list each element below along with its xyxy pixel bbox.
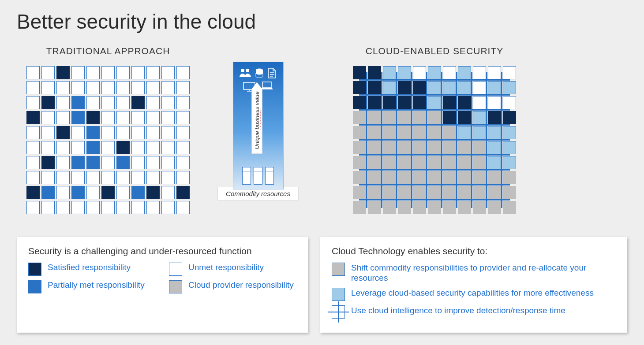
- grid-cell: [353, 96, 366, 109]
- svg-point-0: [241, 69, 244, 72]
- grid-cell: [26, 156, 40, 169]
- grid-cell: [473, 156, 486, 169]
- grid-cell: [353, 171, 366, 184]
- grid-cell: [116, 171, 130, 184]
- grid-cell: [26, 171, 40, 184]
- grid-cell: [26, 111, 40, 124]
- grid-cell: [398, 156, 411, 169]
- grid-cell: [56, 186, 70, 199]
- grid-cell: [161, 156, 175, 169]
- grid-cell: [413, 201, 426, 214]
- grid-cell: [458, 81, 471, 94]
- grid-cell: [161, 111, 175, 124]
- grid-cell: [41, 186, 55, 199]
- grid-cell: [413, 111, 426, 124]
- grid-cell: [503, 96, 516, 109]
- grid-cell: [488, 201, 501, 214]
- grid-cell: [71, 171, 85, 184]
- grid-cell: [488, 171, 501, 184]
- legend-label: Unmet responsibility: [188, 263, 264, 272]
- database-icon: [255, 68, 263, 78]
- grid-cell: [101, 66, 115, 79]
- grid-cell: [428, 96, 441, 109]
- grid-cell: [86, 171, 100, 184]
- grid-cell: [458, 201, 471, 214]
- grid-cell: [368, 141, 381, 154]
- grid-cell: [443, 171, 456, 184]
- legend-card-title: Security is a challenging and under-reso…: [28, 246, 296, 256]
- middle-column: Unique business value Commodity resource…: [212, 46, 304, 214]
- grid-cell: [473, 186, 486, 199]
- grid-cell: [473, 96, 486, 109]
- grid-cell: [398, 171, 411, 184]
- grid-cell: [71, 66, 85, 79]
- grid-cell: [368, 171, 381, 184]
- grid-cell: [86, 186, 100, 199]
- grid-cell: [503, 126, 516, 139]
- grid-cell: [41, 126, 55, 139]
- grid-cell: [473, 66, 486, 79]
- legend-grid: Satisfied responsibilityUnmet responsibi…: [28, 263, 296, 293]
- legend-label: Satisfied responsibility: [48, 263, 131, 272]
- grid-cell: [26, 66, 40, 79]
- grid-cell: [86, 201, 100, 214]
- grid-cell: [383, 186, 396, 199]
- grid-cell: [26, 141, 40, 154]
- grid-cell: [86, 126, 100, 139]
- grid-cell: [458, 126, 471, 139]
- grid-cell: [86, 141, 100, 154]
- grid-cell: [131, 126, 145, 139]
- benefit-swatch: [332, 263, 345, 276]
- grid-cell: [26, 96, 40, 109]
- grid-cell: [353, 156, 366, 169]
- value-stack-graphic: Unique business value: [233, 62, 284, 189]
- grid-cell: [458, 141, 471, 154]
- server-icon: [265, 167, 274, 185]
- grid-cell: [86, 66, 100, 79]
- grid-cell: [368, 156, 381, 169]
- legend-swatch: [28, 280, 41, 293]
- grid-cell: [176, 111, 190, 124]
- grid-cell: [488, 141, 501, 154]
- cloud-grid: [353, 66, 516, 214]
- grid-cell: [443, 186, 456, 199]
- grid-cell: [41, 156, 55, 169]
- grid-cell: [428, 141, 441, 154]
- grid-cell: [458, 186, 471, 199]
- grid-cell: [176, 126, 190, 139]
- grid-cell: [368, 111, 381, 124]
- grid-cell: [428, 111, 441, 124]
- grid-cell: [383, 156, 396, 169]
- cloud-column: CLOUD-ENABLED SECURITY: [344, 46, 525, 214]
- grid-cell: [56, 111, 70, 124]
- grid-cell: [161, 186, 175, 199]
- benefit-item: Shift commodity responsibilities to prov…: [332, 263, 616, 284]
- grid-cell: [488, 126, 501, 139]
- grid-cell: [101, 171, 115, 184]
- grid-cell: [398, 96, 411, 109]
- legend-item-satisfied: Satisfied responsibility: [28, 263, 156, 276]
- grid-cell: [488, 111, 501, 124]
- grid-cell: [443, 141, 456, 154]
- grid-cell: [503, 201, 516, 214]
- grid-cell: [383, 96, 396, 109]
- grid-cell: [26, 81, 40, 94]
- grid-cell: [116, 186, 130, 199]
- grid-cell: [413, 81, 426, 94]
- grid-cell: [503, 66, 516, 79]
- grid-cell: [71, 126, 85, 139]
- traditional-column: TRADITIONAL APPROACH: [18, 46, 198, 214]
- grid-cell: [458, 156, 471, 169]
- benefits-list: Shift commodity responsibilities to prov…: [332, 263, 616, 319]
- grid-cell: [101, 81, 115, 94]
- grid-cell: [176, 141, 190, 154]
- grid-cell: [398, 186, 411, 199]
- grid-cell: [41, 81, 55, 94]
- grid-cell: [383, 171, 396, 184]
- grid-cell: [161, 141, 175, 154]
- grid-cell: [71, 111, 85, 124]
- grid-cell: [353, 81, 366, 94]
- grid-cell: [41, 201, 55, 214]
- grid-cell: [176, 96, 190, 109]
- grid-cell: [443, 126, 456, 139]
